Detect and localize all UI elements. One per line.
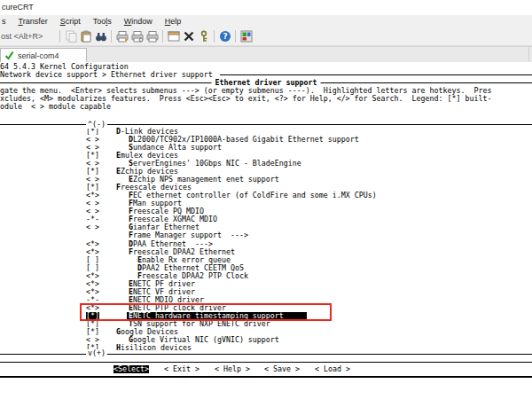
securecrt-window: cureCRT sTransferScriptToolsWindowHelp o… [0, 0, 532, 399]
toolbar-separator [162, 30, 163, 43]
tab-label: serial-com4 [18, 51, 59, 60]
menu-item[interactable]: [*]TSN support for NXP ENETC driver [0, 320, 532, 328]
menu-item[interactable]: [*]Hisilicon devices [0, 344, 532, 352]
button-exit[interactable]: < Exit > [164, 365, 200, 373]
menu-tools[interactable]: Tools [87, 17, 118, 26]
button-load[interactable]: < Load > [315, 365, 350, 373]
annotation-rectangle [80, 303, 332, 321]
button-separator [0, 362, 532, 363]
print-setup-icon[interactable] [129, 29, 145, 44]
session-options-icon[interactable] [181, 29, 196, 44]
menu-script[interactable]: Script [54, 17, 87, 26]
menu-item[interactable]: < >FMan support [0, 200, 532, 207]
menu-item[interactable]: Frame Manager support ---> [0, 231, 532, 239]
menu-item[interactable]: < >EZchip NPS management enet support [0, 176, 532, 184]
menu-transfer[interactable]: Transfer [12, 17, 54, 26]
print-icon[interactable] [145, 29, 160, 44]
menu-item[interactable]: <*>ENETC PF driver [0, 280, 532, 288]
dialog-title: Ethernet driver support [212, 79, 321, 87]
menu-s[interactable]: s [0, 17, 12, 26]
tab-serial-com4[interactable]: serial-com4 [0, 48, 87, 63]
menu-item[interactable]: < >ServerEngines' 10Gbps NIC - BladeEngi… [0, 160, 532, 168]
key-icon[interactable] [196, 29, 211, 44]
menu-item[interactable]: -*-Freescale XGMAC MDIO [0, 215, 532, 223]
breadcrumb-rule [220, 74, 532, 75]
copy-icon[interactable] [63, 29, 78, 44]
menu-item[interactable]: < >Freescale PQ MDIO [0, 207, 532, 215]
scroll-up-indicator: ^(-) [86, 121, 107, 129]
window-title: cureCRT [0, 0, 532, 15]
print-preview-icon[interactable] [114, 29, 129, 44]
menu-item[interactable]: <*>ENETC VF driver [0, 288, 532, 296]
session-manager-icon[interactable] [239, 29, 254, 44]
scroll-down-indicator: v(+) [86, 349, 107, 357]
dialog-bottom-border [0, 376, 532, 378]
toolbar-separator [111, 30, 112, 43]
menu-item[interactable]: [ ]DPAA2 Ethernet CEETM QoS [0, 264, 532, 272]
button-help[interactable]: < Help > [215, 365, 250, 373]
list-top-border [0, 124, 532, 125]
menu-item[interactable]: [ ]Enable Rx error queue [0, 256, 532, 264]
tab-bar: serial-com4 [0, 46, 532, 62]
menu-item[interactable]: <*>FEC ethernet controller (of ColdFire … [0, 192, 532, 200]
menu-item[interactable]: < >Gianfar Ethernet [0, 223, 532, 231]
connected-check-icon [4, 51, 14, 62]
menu-item[interactable]: <*>DPAA Ethernet ---> [0, 240, 532, 248]
breadcrumb: Network device support > Ethernet driver… [0, 71, 213, 79]
menu-item[interactable]: < >DL2000/TC902x/IP1000A-based Gigabit E… [0, 136, 532, 144]
menu-window[interactable]: Window [118, 17, 159, 26]
toolbar-separator [59, 30, 60, 43]
paste-icon[interactable] [78, 29, 93, 44]
help-line-3: odule < > module capable [0, 103, 111, 111]
menu-item[interactable]: < >Google Virtual NIC (gVNIC) support [0, 336, 532, 344]
terminal[interactable]: 64 5.4.3 Kernel Configuration Network de… [0, 62, 532, 399]
menu-help[interactable]: Help [159, 17, 188, 26]
button-select[interactable]: <Select> [113, 365, 149, 373]
menu-item[interactable]: <*>Freescale DPAA2 Ethernet [0, 248, 532, 256]
toolbar-separator [214, 30, 215, 43]
list-bottom-border [0, 354, 532, 355]
toolbar: ost <Alt+R> ? [0, 27, 532, 46]
toolbar-separator [235, 30, 236, 43]
menu-item[interactable]: < >Sundance Alta support [0, 144, 532, 152]
menu-item[interactable]: <*>Freescale DPAA2 PTP Clock [0, 272, 532, 280]
connect-host-hint[interactable]: ost <Alt+R> [0, 32, 57, 41]
menu-item-label: Hisilicon devices [116, 344, 192, 352]
help-icon[interactable]: ? [217, 29, 232, 44]
button-save[interactable]: < Save > [264, 365, 300, 373]
menu-bar: sTransferScriptToolsWindowHelp [0, 15, 532, 27]
svg-text:?: ? [223, 32, 227, 41]
find-icon[interactable] [93, 29, 108, 44]
menu-item-state: < > [86, 223, 99, 231]
properties-icon[interactable] [166, 29, 181, 44]
button-row: <Select>< Exit >< Help >< Save >< Load > [0, 365, 532, 373]
